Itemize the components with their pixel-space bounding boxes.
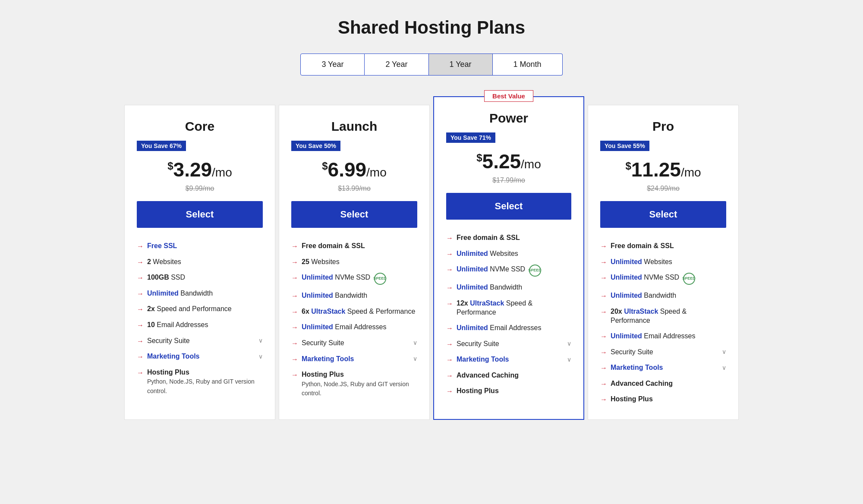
plan-core-savings: You Save 67% <box>137 141 186 151</box>
list-item: → Hosting Plus <box>600 391 726 407</box>
speed-badge: SPEED <box>683 273 695 285</box>
arrow-icon: → <box>137 258 144 267</box>
list-item: → Free domain & SSL <box>600 238 726 254</box>
arrow-icon: → <box>600 291 607 301</box>
plan-core-price-main: $3.29/mo <box>167 158 232 181</box>
arrow-icon: → <box>446 265 453 274</box>
list-item: → Security Suite ∨ <box>600 344 726 360</box>
tab-1year[interactable]: 1 Year <box>429 54 493 76</box>
tab-1month[interactable]: 1 Month <box>493 54 563 76</box>
chevron-down-icon: ∨ <box>722 348 726 356</box>
feature-row: Marketing Tools ∨ <box>611 363 726 372</box>
plan-pro-price: $11.25/mo <box>600 158 726 181</box>
list-item: → 20x UltraStack Speed & Performance <box>600 304 726 328</box>
feature-text: Hosting Plus <box>457 386 499 396</box>
plan-power: Best Value Power You Save 71% $5.25/mo $… <box>433 96 584 420</box>
list-item: → Security Suite ∨ <box>137 333 263 349</box>
arrow-icon: → <box>446 283 453 293</box>
feature-text: Free domain & SSL <box>611 241 674 251</box>
plan-power-price-main: $5.25/mo <box>476 150 541 173</box>
list-item: → Unlimited Email Addresses <box>446 320 571 336</box>
plan-launch-savings: You Save 50% <box>291 141 340 151</box>
plan-core-select-button[interactable]: Select <box>137 201 263 228</box>
plan-power-select-button[interactable]: Select <box>446 193 571 220</box>
feature-text: Security Suite <box>147 336 190 346</box>
plan-pro-select-button[interactable]: Select <box>600 201 726 228</box>
feature-row: Marketing Tools ∨ <box>302 354 417 364</box>
feature-text: Unlimited NVMe SSD SPEED <box>302 273 386 285</box>
list-item: → 2x Speed and Performance <box>137 301 263 317</box>
feature-text: Hosting PlusPython, Node.JS, Ruby and GI… <box>147 368 263 396</box>
plan-core-name: Core <box>137 119 263 134</box>
feature-row: Security Suite ∨ <box>611 347 726 357</box>
list-item: → Unlimited Bandwidth <box>446 280 571 296</box>
plan-pro-name: Pro <box>600 119 726 134</box>
plan-core-features: → Free SSL → 2 Websites → 100GB SSD → Un… <box>137 238 263 399</box>
list-item: → 25 Websites <box>291 254 417 270</box>
feature-text: 6x UltraStack Speed & Performance <box>302 307 415 316</box>
feature-text: Unlimited Websites <box>611 257 672 267</box>
list-item: → Unlimited NVMe SSD SPEED <box>291 270 417 288</box>
feature-text: Security Suite <box>302 338 344 348</box>
arrow-icon: → <box>137 337 144 346</box>
page-title: Shared Hosting Plans <box>9 17 854 38</box>
feature-text: Unlimited Bandwidth <box>457 283 522 292</box>
arrow-icon: → <box>600 273 607 283</box>
feature-text: Unlimited Bandwidth <box>147 289 213 298</box>
feature-text: Hosting PlusPython, Node.JS, Ruby and GI… <box>302 370 417 398</box>
arrow-icon: → <box>137 273 144 283</box>
plan-power-savings: You Save 71% <box>446 132 495 143</box>
arrow-icon: → <box>446 371 453 381</box>
arrow-icon: → <box>291 291 298 301</box>
plan-launch-name: Launch <box>291 119 417 134</box>
chevron-down-icon: ∨ <box>413 339 417 347</box>
plan-core-original-price: $9.99/mo <box>137 185 263 192</box>
plan-launch-price: $6.99/mo <box>291 158 417 181</box>
plan-launch-select-button[interactable]: Select <box>291 201 417 228</box>
feature-text: Advanced Caching <box>457 371 519 380</box>
arrow-icon: → <box>446 324 453 333</box>
list-item: → Hosting Plus <box>446 383 571 399</box>
tab-3year[interactable]: 3 Year <box>300 54 365 76</box>
list-item: → Free domain & SSL <box>291 238 417 254</box>
list-item: → Advanced Caching <box>446 368 571 384</box>
arrow-icon: → <box>446 387 453 396</box>
list-item: → Unlimited Email Addresses <box>600 328 726 344</box>
billing-tabs: 3 Year 2 Year 1 Year 1 Month <box>9 54 854 76</box>
plan-pro-original-price: $24.99/mo <box>600 185 726 192</box>
feature-text: Unlimited Email Addresses <box>302 322 387 332</box>
feature-text: 10 Email Addresses <box>147 320 208 330</box>
arrow-icon: → <box>137 321 144 330</box>
arrow-icon: → <box>137 305 144 314</box>
feature-text: Unlimited Websites <box>457 249 518 258</box>
feature-row: Security Suite ∨ <box>302 338 417 348</box>
tab-2year[interactable]: 2 Year <box>365 54 428 76</box>
arrow-icon: → <box>600 348 607 357</box>
plans-container: Core You Save 67% $3.29/mo $9.99/mo Sele… <box>121 96 742 420</box>
feature-row: Security Suite ∨ <box>457 339 571 349</box>
feature-text: 2x Speed and Performance <box>147 304 232 314</box>
plan-pro-savings: You Save 55% <box>600 141 649 151</box>
best-value-badge: Best Value <box>484 90 533 102</box>
feature-text: Security Suite <box>457 339 499 349</box>
feature-text: 25 Websites <box>302 257 340 267</box>
feature-text: Free SSL <box>147 241 177 251</box>
feature-text: Free domain & SSL <box>302 241 365 251</box>
plan-launch-price-main: $6.99/mo <box>322 158 387 181</box>
feature-row: Security Suite ∨ <box>147 336 263 346</box>
arrow-icon: → <box>291 307 298 317</box>
arrow-icon: → <box>137 352 144 362</box>
arrow-icon: → <box>600 332 607 341</box>
feature-row: Marketing Tools ∨ <box>147 352 263 361</box>
list-item: → Free SSL <box>137 238 263 254</box>
arrow-icon: → <box>446 233 453 243</box>
list-item: → Security Suite ∨ <box>446 336 571 352</box>
list-item: → 10 Email Addresses <box>137 317 263 333</box>
arrow-icon: → <box>291 355 298 364</box>
speed-badge: SPEED <box>529 265 541 277</box>
arrow-icon: → <box>600 307 607 317</box>
list-item: → Marketing Tools ∨ <box>446 352 571 368</box>
list-item: → 100GB SSD <box>137 270 263 286</box>
arrow-icon: → <box>291 242 298 251</box>
arrow-icon: → <box>291 273 298 283</box>
